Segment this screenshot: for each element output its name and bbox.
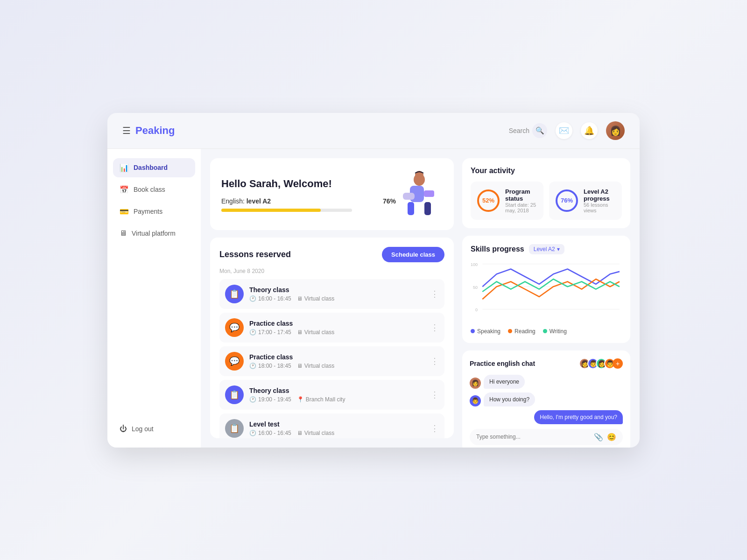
sidebar-item-dashboard[interactable]: 📊 Dashboard: [113, 158, 195, 177]
nav-right: Search 🔍 ✉️ 🔔 👩: [509, 121, 625, 140]
lesson-time: 🕐 17:00 - 17:45: [249, 329, 291, 336]
book-class-icon: 📅: [120, 185, 129, 194]
search-area[interactable]: Search 🔍: [509, 123, 547, 138]
chat-title: Practice english chat: [470, 360, 535, 367]
attachment-icon[interactable]: 📎: [594, 433, 603, 441]
lesson-meta: 🕐 17:00 - 17:45 🖥 Virtual class: [249, 329, 425, 336]
lesson-meta: 🕐 18:00 - 18:45 🖥 Virtual class: [249, 363, 425, 369]
lesson-more-button[interactable]: ⋮: [430, 423, 439, 434]
notification-button[interactable]: 🔔: [581, 122, 598, 139]
svg-text:50: 50: [473, 284, 478, 289]
lesson-time: 🕐 16:00 - 16:45: [249, 295, 291, 302]
menu-icon[interactable]: ☰: [122, 125, 131, 136]
lesson-name: Theory class: [249, 286, 425, 294]
sidebar-item-book-class[interactable]: 📅 Book class: [113, 180, 195, 199]
welcome-illustration: [396, 169, 443, 221]
sidebar-label-book-class: Book class: [134, 186, 165, 193]
right-column: Your activity 52% Program status Start d…: [462, 158, 630, 438]
reading-dot: [508, 329, 512, 333]
user-avatar[interactable]: 👩: [606, 121, 625, 140]
svg-text:100: 100: [471, 261, 478, 266]
legend-speaking: Speaking: [471, 328, 500, 335]
skills-title: Skills progress: [471, 245, 524, 253]
lesson-info: Theory class 🕐 16:00 - 16:45 🖥 Virtual c…: [249, 286, 425, 302]
bell-icon: 🔔: [584, 126, 594, 136]
payments-icon: 💳: [120, 207, 129, 216]
lesson-info: Level test 🕐 16:00 - 16:45 🖥 Virtual cla…: [249, 420, 425, 436]
content-area: Hello Sarah, Welcome! English: level A2 …: [201, 149, 640, 448]
progress-label: English: level A2 76%: [221, 197, 396, 205]
level-progress-ring: 76%: [556, 189, 578, 212]
welcome-title: Hello Sarah, Welcome!: [221, 178, 396, 190]
lesson-item[interactable]: 📋 Level test 🕐 16:00 - 16:45 🖥 Virtual c…: [219, 413, 444, 438]
lang-label: English: level A2: [221, 197, 271, 205]
middle-column: Hello Sarah, Welcome! English: level A2 …: [210, 158, 454, 438]
sidebar-label-payments: Payments: [134, 208, 162, 215]
legend-reading: Reading: [508, 328, 536, 335]
lesson-time: 🕐 18:00 - 18:45: [249, 363, 291, 369]
program-status-sub: Start date: 25 may, 2018: [505, 202, 537, 213]
search-icon[interactable]: 🔍: [532, 123, 547, 138]
lesson-info: Theory class 🕐 19:00 - 19:45 📍 Branch Ma…: [249, 387, 425, 403]
lesson-meta: 🕐 16:00 - 16:45 🖥 Virtual class: [249, 430, 425, 436]
lesson-more-button[interactable]: ⋮: [430, 289, 439, 299]
skills-header: Skills progress Level A2 ▾: [471, 244, 622, 254]
lesson-info: Practice class 🕐 17:00 - 17:45 🖥 Virtual…: [249, 320, 425, 336]
lesson-item[interactable]: 📋 Theory class 🕐 19:00 - 19:45 📍 Branch …: [219, 380, 444, 410]
logout-button[interactable]: ⏻ Log out: [113, 420, 195, 438]
level-progress-card: 76% Level A2 progress 56 lessons views: [549, 182, 622, 220]
msg-avatar-2: 👨: [470, 395, 481, 406]
lesson-more-button[interactable]: ⋮: [430, 390, 439, 400]
lesson-location: 🖥 Virtual class: [297, 295, 334, 302]
lessons-title: Lessons reserved: [219, 250, 291, 259]
logout-icon: ⏻: [120, 425, 127, 433]
top-nav: ☰ Peaking Search 🔍 ✉️ 🔔 👩: [107, 113, 640, 149]
sidebar-label-virtual-platform: Virtual platform: [132, 230, 176, 237]
chat-header: Practice english chat 👩 👨 👩 👨 +: [470, 358, 623, 369]
lesson-name: Level test: [249, 420, 425, 428]
svg-rect-4: [403, 193, 415, 200]
chat-avatars: 👩 👨 👩 👨 +: [579, 358, 623, 369]
avatar-image: 👩: [606, 121, 625, 140]
legend-writing: Writing: [543, 328, 567, 335]
lesson-name: Practice class: [249, 353, 425, 361]
lesson-time: 🕐 19:00 - 19:45: [249, 396, 291, 403]
chevron-down-icon: ▾: [557, 246, 560, 252]
svg-rect-2: [408, 202, 414, 215]
sidebar-item-virtual-platform[interactable]: 🖥 Virtual platform: [113, 224, 195, 243]
lesson-more-button[interactable]: ⋮: [430, 322, 439, 333]
app-window: ☰ Peaking Search 🔍 ✉️ 🔔 👩 📊 Dashboar: [107, 113, 640, 448]
lesson-meta: 🕐 16:00 - 16:45 🖥 Virtual class: [249, 295, 425, 302]
activity-section: Your activity 52% Program status Start d…: [462, 158, 630, 228]
emoji-icon[interactable]: 😊: [607, 433, 616, 441]
chat-input[interactable]: [476, 434, 590, 440]
welcome-card: Hello Sarah, Welcome! English: level A2 …: [210, 158, 454, 230]
sidebar-label-dashboard: Dashboard: [134, 164, 168, 171]
lesson-meta: 🕐 19:00 - 19:45 📍 Branch Mall city: [249, 396, 425, 403]
lessons-section: Lessons reserved Schedule class Mon, Jun…: [210, 238, 454, 438]
progress-bar-fill: [221, 209, 321, 212]
chat-messages: 👩 Hi everyone 👨 How you doing? Hello, I'…: [470, 375, 623, 424]
lesson-item[interactable]: 💬 Practice class 🕐 17:00 - 17:45 🖥 Virtu…: [219, 313, 444, 343]
app-logo: Peaking: [135, 125, 175, 137]
svg-rect-3: [424, 202, 431, 215]
level-dropdown[interactable]: Level A2 ▾: [529, 244, 564, 254]
writing-dot: [543, 329, 547, 333]
program-status-label: Program status: [505, 188, 537, 202]
logout-label: Log out: [132, 425, 154, 433]
chart-legend: Speaking Reading Writing: [471, 328, 622, 335]
sidebar-item-payments[interactable]: 💳 Payments: [113, 202, 195, 221]
sidebar: 📊 Dashboard 📅 Book class 💳 Payments 🖥 Vi…: [107, 149, 201, 448]
mail-button[interactable]: ✉️: [556, 122, 572, 139]
chat-message-2: 👨 How you doing?: [470, 392, 623, 406]
add-participant-button[interactable]: +: [613, 358, 623, 369]
lesson-more-button[interactable]: ⋮: [430, 356, 439, 366]
lesson-icon-practice2: 💬: [225, 352, 244, 371]
lesson-item[interactable]: 📋 Theory class 🕐 16:00 - 16:45 🖥 Virtual…: [219, 279, 444, 309]
schedule-class-button[interactable]: Schedule class: [382, 247, 444, 262]
logo-area: ☰ Peaking: [122, 125, 175, 137]
lesson-icon-level: 📋: [225, 419, 244, 438]
lesson-item[interactable]: 💬 Practice class 🕐 18:00 - 18:45 🖥 Virtu…: [219, 346, 444, 376]
svg-text:0: 0: [475, 307, 478, 312]
speaking-dot: [471, 329, 475, 333]
